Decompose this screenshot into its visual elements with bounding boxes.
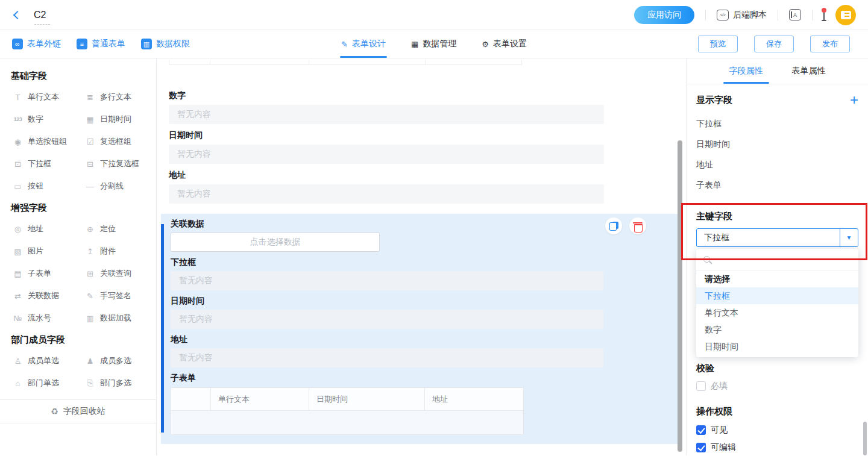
partial-table-top (169, 60, 522, 65)
form-design-canvas[interactable]: 数字 暂无内容 日期时间 暂无内容 地址 暂无内容 关联数据 (157, 58, 686, 455)
back-icon[interactable] (13, 10, 22, 19)
linked-data-icon: ⇄ (13, 292, 23, 301)
address-field-input[interactable]: 暂无内容 (171, 348, 603, 367)
select-field-input[interactable]: 暂无内容 (171, 271, 603, 290)
form-settings-icon: ⚙ (482, 40, 489, 49)
subform-col-index (171, 388, 211, 410)
save-button[interactable]: 保存 (754, 36, 794, 52)
dropdown-option-placeholder[interactable]: 请选择 (696, 270, 858, 287)
backend-script-button[interactable]: 后端脚本 (717, 10, 767, 20)
delete-field-button[interactable] (629, 217, 646, 234)
field-item-member-single[interactable]: ♙成员单选 (13, 355, 75, 366)
field-item-select[interactable]: ⊡下拉框 (13, 158, 75, 169)
display-field-item-subform[interactable]: 子表单 (696, 175, 858, 195)
field-item-checkbox-group[interactable]: ☑复选框组 (85, 136, 148, 147)
dropdown-search-input[interactable] (696, 249, 858, 270)
address-input[interactable]: 暂无内容 (169, 184, 604, 204)
field-item-member-multi[interactable]: ♟成员多选 (85, 355, 148, 366)
field-item-multi-select[interactable]: ⊟下拉复选框 (85, 158, 148, 169)
image-icon: ▧ (13, 247, 23, 256)
visible-checkbox-row[interactable]: 可见 (696, 425, 858, 436)
primary-key-select[interactable]: 下拉框 ▼ (696, 228, 858, 247)
backend-script-label: 后端脚本 (733, 10, 767, 20)
tab-form-design[interactable]: ✎ 表单设计 (341, 30, 386, 58)
linked-data-picker[interactable]: 点击选择数据 (171, 233, 380, 252)
field-item-attachment[interactable]: ↥附件 (85, 246, 148, 257)
field-item-data-load[interactable]: ▥数据加载 (85, 313, 148, 323)
chevron-down-icon: ▼ (846, 234, 852, 241)
contacts-icon[interactable] (789, 9, 801, 20)
dropdown-option-select[interactable]: 下拉框 (696, 287, 858, 304)
canvas-field-datetime[interactable]: 日期时间 暂无内容 (169, 130, 604, 164)
field-item-multi-line-text[interactable]: ≣多行文本 (85, 92, 148, 102)
preview-button[interactable]: 预览 (698, 36, 738, 52)
add-field-button[interactable]: + (850, 94, 858, 106)
form-external-link[interactable]: ∞ 表单外链 (12, 39, 61, 49)
field-item-location[interactable]: ⊕定位 (85, 223, 148, 234)
field-item-serial-number[interactable]: №流水号 (13, 313, 75, 323)
data-load-icon: ▥ (85, 314, 95, 323)
publish-button[interactable]: 发布 (810, 36, 850, 52)
copy-field-button[interactable] (605, 217, 622, 234)
trash-icon (634, 222, 642, 231)
canvas-scrollbar[interactable] (678, 140, 682, 452)
field-item-dept-single[interactable]: ⌂部门单选 (13, 378, 75, 389)
subform-table[interactable]: 单行文本 日期时间 地址 (171, 387, 524, 435)
select-caret-button[interactable]: ▼ (840, 229, 858, 246)
field-item-dept-multi[interactable]: ⎘部门多选 (85, 378, 148, 389)
data-permission-icon: ▥ (141, 39, 152, 49)
checkbox-unchecked-icon[interactable] (696, 381, 706, 391)
normal-form-link[interactable]: ≡ 普通表单 (77, 39, 125, 49)
field-item-address[interactable]: ◎地址 (13, 223, 75, 234)
subform-icon: ▤ (13, 269, 23, 278)
data-permission-link[interactable]: ▥ 数据权限 (141, 39, 190, 49)
section-title-dept-member: 部门成员字段 (11, 334, 145, 346)
primary-key-title: 主键字段 (696, 211, 858, 223)
field-item-datetime[interactable]: ▦日期时间 (85, 114, 148, 125)
notification-bell-icon[interactable] (823, 10, 825, 20)
app-access-button[interactable]: 应用访问 (634, 6, 694, 24)
field-item-divider[interactable]: —分割线 (85, 181, 148, 192)
required-checkbox-row[interactable]: 必填 (696, 381, 858, 392)
checkbox-checked-icon[interactable] (696, 443, 706, 452)
display-field-item-datetime[interactable]: 日期时间 (696, 134, 858, 154)
number-input[interactable]: 暂无内容 (169, 105, 604, 124)
checkbox-checked-icon[interactable] (696, 425, 706, 435)
field-item-subform[interactable]: ▤子表单 (13, 268, 75, 279)
field-item-number[interactable]: 123数字 (13, 114, 75, 125)
datetime-icon: ▦ (85, 115, 95, 124)
tab-form-settings[interactable]: ⚙ 表单设置 (482, 30, 527, 58)
field-item-linked-query[interactable]: ⊞关联查询 (85, 268, 148, 279)
tab-form-properties[interactable]: 表单属性 (792, 58, 826, 84)
field-item-radio-group[interactable]: ◉单选按钮组 (13, 136, 75, 147)
canvas-field-address[interactable]: 地址 暂无内容 (169, 170, 604, 204)
field-item-image[interactable]: ▧图片 (13, 246, 75, 257)
avatar[interactable] (835, 5, 856, 25)
serial-number-icon: № (13, 314, 23, 323)
selected-field-block[interactable]: 关联数据 点击选择数据 下拉框 暂无内容 日期时间 暂无内容 地址 暂无内容 子… (161, 214, 678, 444)
member-single-icon: ♙ (13, 357, 23, 366)
dropdown-option-text[interactable]: 单行文本 (696, 304, 858, 321)
editable-checkbox-row[interactable]: 可编辑 (696, 442, 858, 453)
display-field-item-select[interactable]: 下拉框 (696, 113, 858, 134)
checkbox-group-icon: ☑ (85, 137, 95, 146)
field-item-button[interactable]: ▭按钮 (13, 181, 75, 192)
tab-data-manage[interactable]: ▦ 数据管理 (411, 30, 456, 58)
primary-key-dropdown: 请选择 下拉框 单行文本 数字 日期时间 (696, 249, 858, 357)
field-item-linked-data[interactable]: ⇄关联数据 (13, 290, 75, 301)
display-field-item-address[interactable]: 地址 (696, 154, 858, 175)
dropdown-option-datetime[interactable]: 日期时间 (696, 338, 858, 355)
datetime-input[interactable]: 暂无内容 (169, 145, 604, 164)
field-item-single-line-text[interactable]: T单行文本 (13, 92, 75, 102)
tab-field-properties[interactable]: 字段属性 (729, 58, 763, 84)
field-item-signature[interactable]: ✎手写签名 (85, 290, 148, 301)
datetime-field-input[interactable]: 暂无内容 (171, 310, 603, 329)
field-recycle-bin[interactable]: ♻ 字段回收站 (0, 399, 156, 423)
top-header: C2 应用访问 后端脚本 (0, 0, 868, 30)
page-title[interactable]: C2 (34, 10, 46, 20)
dept-single-icon: ⌂ (13, 379, 23, 388)
panel-scrollbar[interactable] (863, 422, 867, 455)
dropdown-option-number[interactable]: 数字 (696, 321, 858, 338)
canvas-field-number[interactable]: 数字 暂无内容 (169, 90, 604, 124)
address-field-label: 地址 (171, 334, 668, 345)
